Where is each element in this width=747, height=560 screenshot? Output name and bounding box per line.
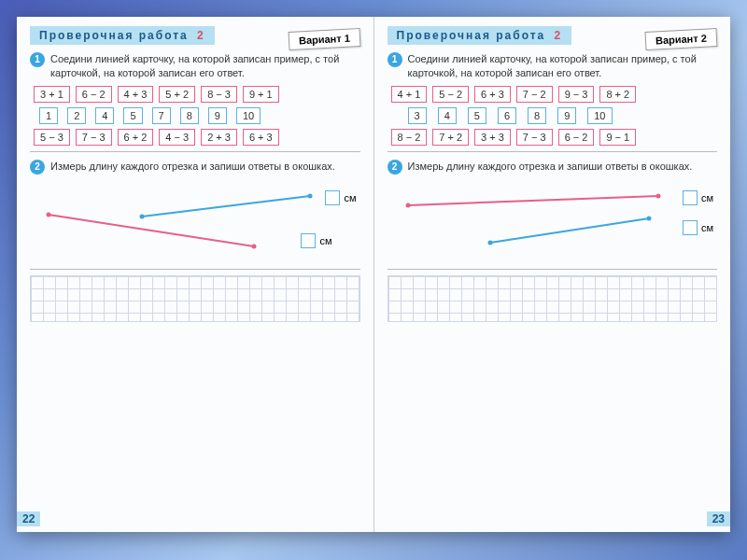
segments-svg: [30, 179, 347, 263]
work-title-num: 2: [197, 29, 205, 42]
cm-label: см: [319, 235, 331, 246]
card: 6 + 3: [474, 86, 511, 103]
task2: 2 Измерь длину каждого отрезка и запиши …: [30, 160, 360, 174]
svg-line-6: [408, 196, 658, 205]
svg-point-7: [405, 203, 410, 207]
page-number: 22: [17, 511, 40, 526]
segment-box-right: см см: [388, 179, 718, 263]
card: 10: [236, 107, 261, 124]
svg-point-10: [487, 240, 492, 245]
variant-tab: Вариант 2: [645, 28, 718, 50]
card: 3 + 3: [474, 129, 511, 146]
task1-text: Соедини линией карточку, на которой запи…: [408, 53, 697, 78]
card: 4: [95, 107, 114, 124]
work-title-num: 2: [555, 29, 563, 42]
answer-2: см: [301, 233, 331, 248]
card: 6 − 2: [76, 86, 112, 103]
task2-text: Измерь длину каждого отрезка и запиши от…: [408, 161, 693, 172]
page-number: 23: [707, 511, 730, 526]
card: 6: [498, 107, 516, 124]
card: 5: [123, 107, 142, 124]
task1-text: Соедини линией карточку, на которой запи…: [50, 53, 339, 78]
card: 5 − 2: [432, 86, 469, 103]
svg-point-5: [252, 244, 257, 248]
cm-label: см: [701, 192, 713, 203]
work-title: Проверочная работа 2: [30, 26, 215, 45]
cm-label: см: [344, 192, 356, 203]
card: 9: [557, 107, 576, 124]
answer-input[interactable]: [683, 190, 698, 205]
answer-input[interactable]: [683, 220, 698, 235]
card: 10: [587, 107, 612, 124]
answer-1: см: [325, 190, 356, 205]
card: 2: [67, 107, 86, 124]
answer-input[interactable]: [325, 190, 340, 205]
left-row1: 3 + 1 6 − 2 4 + 3 5 + 2 8 − 3 9 + 1: [30, 86, 360, 103]
svg-point-1: [140, 214, 145, 218]
svg-line-0: [142, 196, 310, 217]
work-title-text: Проверочная работа: [39, 29, 189, 42]
svg-point-8: [655, 193, 660, 198]
segments-svg: [388, 179, 705, 263]
bullet-1: 1: [388, 52, 402, 67]
card: 7 − 2: [516, 86, 553, 103]
card: 5 − 3: [34, 129, 70, 146]
card: 9: [208, 107, 227, 124]
svg-point-2: [308, 193, 313, 198]
bullet-2: 2: [388, 160, 402, 175]
card: 8 − 2: [391, 129, 428, 146]
divider: [30, 151, 360, 152]
title-row: Проверочная работа 2 Вариант 1: [30, 26, 360, 45]
work-title: Проверочная работа 2: [388, 26, 572, 45]
card: 4 + 3: [118, 86, 154, 103]
answer-grid[interactable]: [30, 275, 360, 322]
card: 9 − 1: [599, 129, 636, 146]
book-spread: Проверочная работа 2 Вариант 1 1 Соедини…: [17, 17, 730, 532]
task1: 1 Соедини линией карточку, на которой за…: [30, 52, 360, 80]
left-row3: 5 − 3 7 − 3 6 + 2 4 − 3 2 + 3 6 + 3: [30, 129, 360, 146]
card: 7: [152, 107, 171, 124]
segment-box-left: см см: [30, 179, 360, 263]
left-row2: 1 2 4 5 7 8 9 10: [30, 107, 360, 124]
card: 7 − 3: [76, 129, 112, 146]
card: 6 + 2: [118, 129, 154, 146]
bullet-1: 1: [30, 52, 45, 67]
card: 3 + 1: [34, 86, 70, 103]
card: 9 − 3: [558, 86, 595, 103]
page-left: Проверочная работа 2 Вариант 1 1 Соедини…: [17, 17, 374, 532]
card: 8 + 2: [599, 86, 636, 103]
card: 5 + 2: [159, 86, 195, 103]
divider: [388, 151, 718, 152]
right-row1: 4 + 1 5 − 2 6 + 3 7 − 2 9 − 3 8 + 2: [388, 86, 718, 103]
right-row2: 3 4 5 6 8 9 10: [388, 107, 718, 124]
card: 7 − 3: [516, 129, 553, 146]
card: 9 + 1: [243, 86, 279, 103]
card: 6 + 3: [243, 129, 279, 146]
answer-2: см: [683, 220, 713, 235]
task1: 1 Соедини линией карточку, на которой за…: [388, 52, 718, 80]
answer-grid[interactable]: [388, 275, 718, 322]
card: 3: [408, 107, 427, 124]
right-row3: 8 − 2 7 + 2 3 + 3 7 − 3 6 − 2 9 − 1: [388, 129, 718, 146]
svg-line-3: [49, 215, 254, 246]
bullet-2: 2: [30, 160, 45, 175]
svg-point-11: [646, 216, 651, 220]
variant-tab: Вариант 1: [288, 28, 360, 50]
title-row: Проверочная работа 2 Вариант 2: [388, 26, 718, 45]
card: 6 − 2: [558, 129, 595, 146]
svg-line-9: [490, 218, 649, 243]
task2: 2 Измерь длину каждого отрезка и запиши …: [388, 160, 718, 174]
card: 1: [39, 107, 58, 124]
page-right: Проверочная работа 2 Вариант 2 1 Соедини…: [374, 17, 731, 532]
task2-text: Измерь длину каждого отрезка и запиши от…: [50, 161, 335, 172]
card: 8 − 3: [201, 86, 237, 103]
svg-point-4: [47, 212, 51, 217]
card: 8: [528, 107, 546, 124]
card: 2 + 3: [201, 129, 237, 146]
answer-input[interactable]: [301, 233, 316, 248]
divider: [388, 269, 718, 270]
answer-1: см: [683, 190, 713, 205]
work-title-text: Проверочная работа: [397, 29, 546, 42]
card: 4 − 3: [159, 129, 195, 146]
card: 5: [468, 107, 486, 124]
